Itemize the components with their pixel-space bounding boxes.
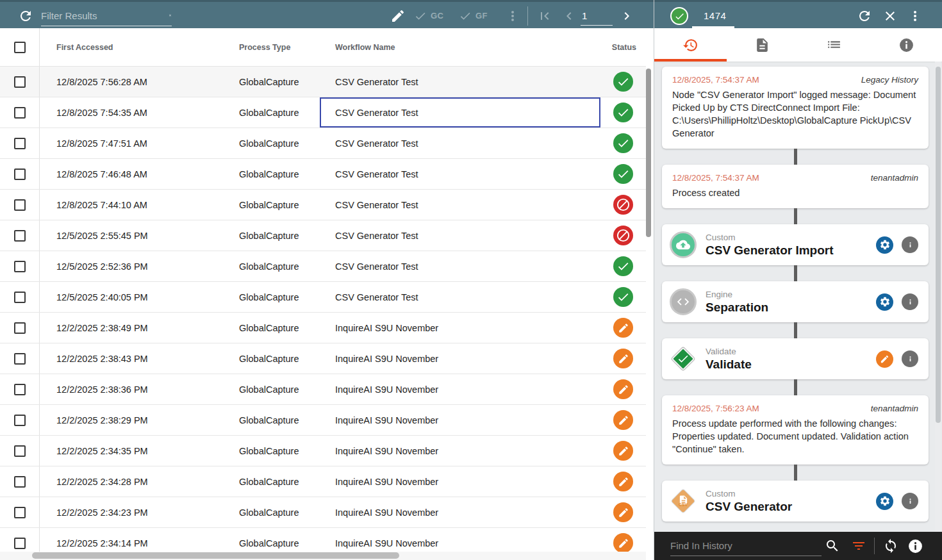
- history-info-icon[interactable]: [907, 538, 923, 554]
- table-row[interactable]: 12/2/2025 2:34:23 PMGlobalCaptureInquire…: [0, 497, 646, 528]
- workflow-name-cell[interactable]: InquireAI S9U November: [320, 436, 600, 466]
- column-header-first-accessed[interactable]: First Accessed: [40, 43, 224, 52]
- workflow-name-cell[interactable]: InquireAI S9U November: [320, 405, 600, 435]
- filter-icon[interactable]: [851, 538, 866, 554]
- table-row[interactable]: 12/2/2025 2:38:29 PMGlobalCaptureInquire…: [0, 405, 646, 436]
- column-header-workflow-name[interactable]: Workflow Name: [320, 43, 600, 52]
- table-horizontal-scrollbar[interactable]: [32, 552, 399, 559]
- status-success-icon[interactable]: [613, 103, 633, 122]
- workflow-name-cell[interactable]: CSV Generator Test: [320, 67, 600, 97]
- row-checkbox[interactable]: [14, 507, 26, 518]
- workflow-name-cell[interactable]: CSV Generator Test: [320, 282, 600, 312]
- workflow-name-cell[interactable]: InquireAI S9U November: [320, 497, 600, 527]
- edit-icon[interactable]: [390, 8, 406, 24]
- gc-toggle-label[interactable]: GC: [431, 11, 443, 21]
- row-checkbox[interactable]: [14, 199, 26, 211]
- status-success-icon[interactable]: [613, 256, 633, 276]
- next-page-icon[interactable]: [619, 8, 634, 24]
- detail-more-icon[interactable]: [907, 8, 923, 24]
- column-header-status[interactable]: Status: [600, 43, 646, 52]
- row-checkbox[interactable]: [14, 322, 26, 334]
- status-editing-icon[interactable]: [613, 349, 633, 368]
- detail-close-icon[interactable]: [882, 8, 898, 24]
- column-header-process-type[interactable]: Process Type: [224, 43, 320, 52]
- workflow-name-cell[interactable]: InquireAI S9U November: [320, 374, 600, 404]
- workflow-name-cell[interactable]: CSV Generator Test: [320, 159, 600, 189]
- workflow-node-card[interactable]: CustomCSV Generator Import: [662, 224, 929, 265]
- status-editing-icon[interactable]: [613, 441, 633, 461]
- previous-page-icon[interactable]: [561, 8, 577, 24]
- status-blocked-icon[interactable]: [613, 195, 633, 215]
- workflow-name-cell[interactable]: CSV Generator Test: [320, 220, 600, 251]
- node-settings-button[interactable]: [876, 293, 893, 311]
- workflow-name-cell[interactable]: InquireAI S9U November: [320, 466, 600, 497]
- node-settings-button[interactable]: [876, 236, 893, 254]
- table-row[interactable]: 12/8/2025 7:46:48 AMGlobalCaptureCSV Gen…: [0, 159, 646, 190]
- status-success-icon[interactable]: [613, 164, 633, 184]
- table-row[interactable]: 12/8/2025 7:44:10 AMGlobalCaptureCSV Gen…: [0, 190, 646, 220]
- node-info-button[interactable]: [902, 236, 918, 253]
- row-checkbox[interactable]: [14, 292, 26, 303]
- table-row[interactable]: 12/8/2025 7:47:51 AMGlobalCaptureCSV Gen…: [0, 128, 646, 159]
- table-row[interactable]: 12/2/2025 2:34:35 PMGlobalCaptureInquire…: [0, 436, 646, 466]
- row-checkbox[interactable]: [14, 107, 26, 119]
- table-row[interactable]: 12/8/2025 7:54:35 AMGlobalCaptureCSV Gen…: [0, 97, 646, 128]
- row-checkbox[interactable]: [14, 445, 26, 457]
- status-editing-icon[interactable]: [613, 502, 633, 522]
- gc-check-icon[interactable]: [414, 10, 427, 22]
- first-page-icon[interactable]: [537, 8, 552, 24]
- table-row[interactable]: 12/8/2025 7:56:28 AMGlobalCaptureCSV Gen…: [0, 67, 646, 97]
- row-checkbox[interactable]: [14, 76, 26, 88]
- status-blocked-icon[interactable]: [613, 226, 633, 245]
- row-checkbox[interactable]: [14, 230, 26, 242]
- detail-scrollbar[interactable]: [936, 67, 941, 423]
- clear-filter-icon[interactable]: [169, 9, 172, 22]
- node-info-button[interactable]: [902, 293, 918, 310]
- workflow-node-card[interactable]: ValidateValidate: [662, 338, 929, 379]
- row-checkbox[interactable]: [14, 138, 26, 149]
- workflow-name-cell[interactable]: InquireAI S9U November: [320, 313, 600, 343]
- row-checkbox[interactable]: [14, 353, 26, 365]
- workflow-name-cell[interactable]: CSV Generator Test: [320, 128, 600, 158]
- status-editing-icon[interactable]: [613, 318, 633, 338]
- table-row[interactable]: 12/5/2025 2:40:05 PMGlobalCaptureCSV Gen…: [0, 282, 646, 313]
- gf-toggle-label[interactable]: GF: [475, 11, 488, 21]
- tab-fields-list[interactable]: [798, 28, 871, 62]
- tab-history[interactable]: [654, 28, 727, 62]
- node-settings-button[interactable]: [876, 493, 893, 510]
- refresh-icon[interactable]: [18, 8, 33, 24]
- page-number-input[interactable]: [581, 6, 613, 26]
- tab-document[interactable]: [727, 28, 799, 62]
- status-editing-icon[interactable]: [613, 533, 633, 553]
- table-row[interactable]: 12/2/2025 2:38:36 PMGlobalCaptureInquire…: [0, 374, 646, 405]
- row-checkbox[interactable]: [14, 169, 26, 180]
- status-success-icon[interactable]: [613, 287, 633, 307]
- table-vertical-scrollbar[interactable]: [646, 69, 651, 237]
- table-row[interactable]: 12/2/2025 2:38:49 PMGlobalCaptureInquire…: [0, 313, 646, 343]
- node-info-button[interactable]: [902, 350, 918, 367]
- table-row[interactable]: 12/2/2025 2:34:28 PMGlobalCaptureInquire…: [0, 466, 646, 497]
- node-edit-button[interactable]: [876, 350, 893, 368]
- sync-icon[interactable]: [883, 538, 898, 554]
- status-editing-icon[interactable]: [613, 472, 633, 491]
- row-checkbox[interactable]: [14, 476, 26, 488]
- row-checkbox[interactable]: [14, 415, 26, 426]
- select-all-checkbox[interactable]: [14, 42, 26, 53]
- find-in-history-input[interactable]: [670, 536, 822, 556]
- workflow-name-cell[interactable]: CSV Generator Test: [320, 97, 600, 128]
- gf-check-icon[interactable]: [459, 10, 472, 22]
- node-info-button[interactable]: [902, 493, 918, 509]
- row-checkbox[interactable]: [14, 261, 26, 272]
- more-options-icon[interactable]: [505, 8, 520, 24]
- workflow-name-cell[interactable]: InquireAI S9U November: [320, 343, 600, 374]
- workflow-name-cell[interactable]: CSV Generator Test: [320, 190, 600, 220]
- document-id[interactable]: 1474: [704, 10, 726, 21]
- table-row[interactable]: 12/5/2025 2:52:36 PMGlobalCaptureCSV Gen…: [0, 251, 646, 282]
- detail-refresh-icon[interactable]: [857, 8, 872, 24]
- table-row[interactable]: 12/5/2025 2:55:45 PMGlobalCaptureCSV Gen…: [0, 220, 646, 251]
- workflow-node-card[interactable]: CSVCustomCSV Generator: [662, 481, 929, 522]
- filter-results-input[interactable]: [41, 10, 169, 21]
- status-success-icon[interactable]: [613, 72, 633, 92]
- table-row[interactable]: 12/2/2025 2:38:43 PMGlobalCaptureInquire…: [0, 343, 646, 374]
- workflow-name-cell[interactable]: CSV Generator Test: [320, 251, 600, 281]
